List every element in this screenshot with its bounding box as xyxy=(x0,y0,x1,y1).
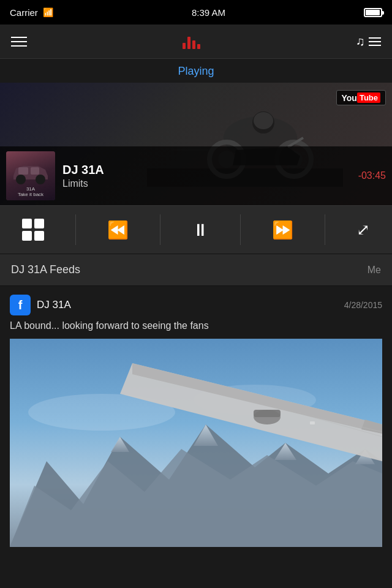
divider-3 xyxy=(240,214,241,245)
divider-1 xyxy=(75,214,76,245)
feeds-header: DJ 31A Feeds Me xyxy=(0,254,392,286)
carrier-label: Carrier xyxy=(10,7,38,18)
post-author: DJ 31A xyxy=(37,299,338,311)
feed-post: f DJ 31A 4/28/2015 LA bound... looking f… xyxy=(0,286,392,547)
status-left: Carrier 📶 xyxy=(10,7,53,18)
grid-icon xyxy=(22,219,44,241)
playing-label: Playing xyxy=(0,59,392,83)
playback-controls: ⏪ ⏸ ⏩ ⤢ xyxy=(0,205,392,254)
expand-icon: ⤢ xyxy=(356,222,370,238)
svg-point-13 xyxy=(36,175,45,184)
forward-button[interactable]: ⏩ xyxy=(260,214,306,246)
expand-button[interactable]: ⤢ xyxy=(344,216,382,244)
svg-point-12 xyxy=(16,175,26,184)
svg-rect-15 xyxy=(31,167,39,175)
list-lines-icon xyxy=(369,37,381,46)
track-info-overlay: 31A Take it back DJ 31A Limits -03:45 xyxy=(0,146,392,205)
post-header: f DJ 31A 4/28/2015 xyxy=(10,295,382,315)
music-note-icon: ♫ xyxy=(356,34,365,48)
equalizer-icon xyxy=(183,34,200,49)
album-line1: 31A xyxy=(9,186,53,192)
forward-icon: ⏩ xyxy=(272,220,293,240)
status-bar: Carrier 📶 8:39 AM xyxy=(0,0,392,24)
rewind-button[interactable]: ⏪ xyxy=(95,214,141,246)
svg-rect-26 xyxy=(254,410,281,417)
feeds-me-button[interactable]: Me xyxy=(368,265,381,276)
feeds-title: DJ 31A Feeds xyxy=(11,263,368,276)
post-date: 4/28/2015 xyxy=(344,300,382,310)
menu-button[interactable] xyxy=(11,37,27,47)
top-nav: ♫ xyxy=(0,24,392,59)
grid-button[interactable] xyxy=(10,213,56,247)
time-label: 8:39 AM xyxy=(192,7,225,18)
svg-point-3 xyxy=(254,112,273,129)
post-image xyxy=(10,339,382,547)
svg-rect-29 xyxy=(310,421,315,424)
track-text: DJ 31A Limits xyxy=(62,163,351,189)
divider-2 xyxy=(160,214,160,245)
youtube-tube: Tube xyxy=(357,92,380,103)
post-text: LA bound... looking forward to seeing th… xyxy=(10,319,382,333)
album-line2: Take it back xyxy=(9,192,53,198)
youtube-you: You xyxy=(342,93,357,103)
pause-icon: ⏸ xyxy=(192,220,209,240)
track-artist: DJ 31A xyxy=(62,163,351,177)
divider-4 xyxy=(325,214,325,245)
track-time: -03:45 xyxy=(358,170,386,181)
track-title: Limits xyxy=(62,178,351,189)
facebook-icon: f xyxy=(10,295,31,315)
svg-rect-14 xyxy=(18,167,28,175)
pause-button[interactable]: ⏸ xyxy=(179,214,221,246)
youtube-badge: YouTube xyxy=(336,90,386,105)
wifi-icon: 📶 xyxy=(43,7,53,17)
battery-icon xyxy=(364,8,382,17)
album-art: 31A Take it back xyxy=(6,151,55,200)
rewind-icon: ⏪ xyxy=(107,220,129,240)
music-list-button[interactable]: ♫ xyxy=(356,34,381,48)
now-playing-section: YouTube 31A Take it back DJ 31A xyxy=(0,83,392,205)
